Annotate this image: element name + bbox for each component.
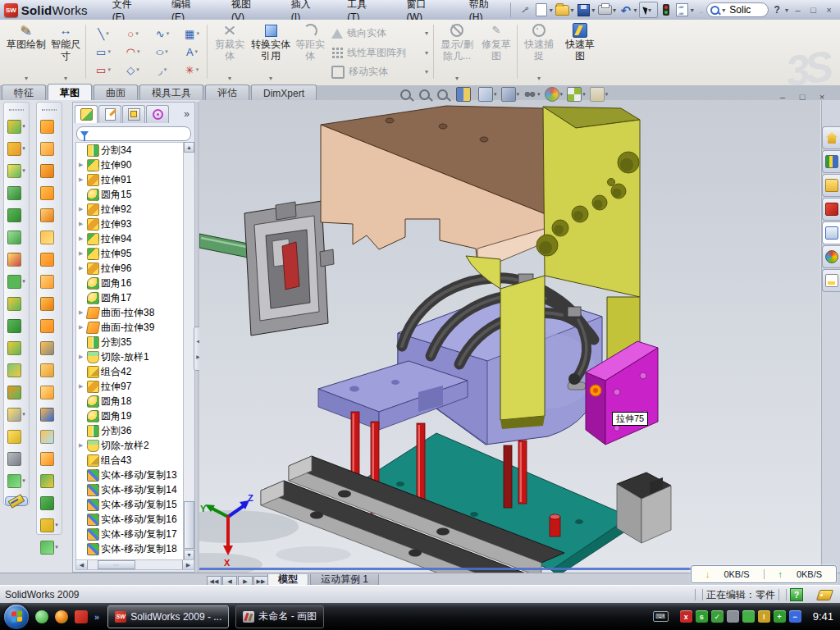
expand-arrow-icon[interactable]: ▶ bbox=[79, 324, 85, 331]
tab-configurationmanager[interactable] bbox=[122, 105, 145, 123]
measure-button-pressed[interactable] bbox=[5, 496, 28, 506]
toolbar-button[interactable]: ▾ bbox=[7, 251, 25, 267]
sketch-entity-button[interactable]: ○▾ bbox=[148, 43, 177, 61]
solidworks-launcher-icon[interactable] bbox=[75, 610, 88, 623]
feature-tree-item[interactable]: ▶ 实体-移动/复制14 bbox=[76, 482, 184, 497]
toolbar-button[interactable]: ▾ bbox=[40, 251, 58, 267]
toolbar-button[interactable]: ▾ bbox=[7, 362, 25, 378]
sketch-button[interactable]: ✎ 草图绘制▾ bbox=[7, 23, 46, 82]
feature-tree-item[interactable]: ▶ 实体-移动/复制17 bbox=[76, 527, 184, 541]
panel-chevron[interactable]: » bbox=[184, 108, 193, 120]
sketch-entity-button[interactable]: ▭▾ bbox=[89, 43, 118, 61]
feature-tree-item[interactable]: ▶ 实体-移动/复制15 bbox=[76, 497, 184, 512]
expand-arrow-icon[interactable]: ▶ bbox=[79, 162, 85, 168]
view-tool-button[interactable]: ▾ bbox=[501, 87, 520, 102]
toolbar-button[interactable]: ▾ bbox=[7, 317, 25, 334]
task-pane-tab[interactable] bbox=[822, 198, 840, 221]
search-box[interactable]: ▾ Solic bbox=[706, 2, 769, 17]
search-input[interactable]: Solic bbox=[729, 4, 751, 16]
quick-snaps-button[interactable]: 快速捕捉▾ bbox=[522, 23, 556, 82]
sketch-entity-button[interactable]: ∿▾ bbox=[148, 25, 177, 43]
tree-horizontal-scrollbar[interactable]: ◀ ⋯ ▶ bbox=[75, 559, 194, 570]
feature-tree-item[interactable]: ▶ 圆角19 bbox=[76, 409, 184, 423]
tab-featuremanager[interactable] bbox=[75, 105, 98, 123]
feature-tree-item[interactable]: ▶ 拉伸96 bbox=[76, 261, 184, 276]
feature-tree-item[interactable]: ▶ 拉伸95 bbox=[76, 246, 184, 261]
feature-tree-item[interactable]: ▶ 拉伸97 bbox=[76, 379, 184, 394]
taskbar-clock[interactable]: 9:41 bbox=[813, 610, 833, 623]
toolbar-button[interactable]: ▾ bbox=[7, 428, 25, 445]
scroll-right-arrow[interactable]: ▶ bbox=[182, 560, 194, 569]
suite-icon[interactable] bbox=[55, 610, 68, 623]
task-pane-tab[interactable] bbox=[822, 269, 840, 292]
doc-minimize-button[interactable]: – bbox=[774, 90, 791, 103]
toolbar-button[interactable]: ▾ bbox=[7, 450, 25, 467]
mirror-entities-button[interactable]: 镜向实体▾ bbox=[331, 26, 428, 40]
feature-tree-item[interactable]: ▶ 拉伸91 bbox=[76, 172, 184, 187]
rebuild-button[interactable] bbox=[658, 2, 674, 18]
ribbon-tab[interactable]: 评估 bbox=[205, 84, 249, 100]
feature-tree-item[interactable]: ▶ 拉伸92 bbox=[76, 202, 184, 217]
feature-tree-item[interactable]: ▶ 组合42 bbox=[76, 364, 184, 379]
minimize-button[interactable]: – bbox=[790, 4, 806, 16]
select-button[interactable]: ▾ bbox=[639, 2, 659, 18]
feature-tree-item[interactable]: ▶ 实体-移动/复制13 bbox=[76, 468, 184, 482]
convert-entities-button[interactable]: 转换实体引用▾ bbox=[251, 23, 290, 82]
scroll-left-arrow[interactable]: ◀ bbox=[76, 560, 88, 569]
help-button[interactable]: ? bbox=[769, 2, 785, 18]
feature-tree-item[interactable]: ▶ 切除-放样1 bbox=[76, 349, 184, 364]
expand-arrow-icon[interactable]: ▶ bbox=[79, 250, 85, 257]
toolbar-button[interactable]: ▾ bbox=[40, 406, 58, 422]
options-button[interactable]: ≔≔ bbox=[674, 2, 691, 18]
toolbar-button[interactable]: ▾ bbox=[7, 273, 25, 290]
tray-icon[interactable] bbox=[742, 610, 755, 623]
view-tool-button[interactable]: ▾ bbox=[478, 87, 497, 102]
expand-arrow-icon[interactable]: ▶ bbox=[79, 265, 85, 272]
graphics-viewport[interactable]: Y Z X bbox=[199, 100, 820, 573]
toolbar-button[interactable]: ▾ bbox=[40, 517, 58, 533]
toolbar-button[interactable]: ▾ bbox=[7, 472, 25, 489]
feature-tree-item[interactable]: ▶ 拉伸94 bbox=[76, 231, 184, 246]
smart-dimension-button[interactable]: ↔ 智能尺寸▾ bbox=[48, 23, 84, 82]
close-button[interactable]: × bbox=[821, 4, 837, 16]
sketch-entity-button[interactable]: A▾ bbox=[177, 43, 207, 61]
toolbar-button[interactable]: ▾ bbox=[7, 295, 25, 312]
expand-arrow-icon[interactable]: ▶ bbox=[79, 442, 85, 449]
toolbar-button[interactable]: ▾ bbox=[40, 539, 58, 555]
sketch-entity-button[interactable]: ╲▾ bbox=[89, 25, 118, 43]
tree-filter-box[interactable] bbox=[76, 126, 191, 141]
keyboard-layout-icon[interactable]: ⌨ bbox=[653, 611, 669, 622]
toolbar-button[interactable]: ▾ bbox=[7, 207, 25, 223]
sketch-entity-button[interactable]: ▭▾ bbox=[89, 61, 118, 79]
view-tool-button[interactable]: ▾ bbox=[590, 87, 609, 102]
rapid-sketch-button[interactable]: 快速草图 bbox=[561, 23, 599, 82]
sketch-entity-button[interactable]: ○▾ bbox=[118, 25, 148, 43]
doc-restore-button[interactable]: □ bbox=[794, 90, 810, 103]
ribbon-tab[interactable]: DimXpert bbox=[251, 84, 317, 100]
sketch-entity-button[interactable]: ✳▾ bbox=[177, 61, 207, 79]
feature-tree-item[interactable]: ▶ 组合43 bbox=[76, 453, 184, 468]
display-delete-relations-button[interactable]: 显示/删除几...▾ bbox=[438, 23, 476, 82]
toolbar-button[interactable]: ▾ bbox=[40, 384, 58, 400]
toolbar-button[interactable]: ▾ bbox=[40, 317, 58, 334]
tray-icon[interactable] bbox=[727, 610, 739, 623]
toolbar-button[interactable]: ▾ bbox=[40, 162, 58, 179]
expand-arrow-icon[interactable]: ▶ bbox=[79, 354, 85, 360]
task-pane-tab[interactable] bbox=[822, 174, 840, 197]
ribbon-tab[interactable]: 曲面 bbox=[94, 84, 138, 100]
restore-button[interactable]: □ bbox=[806, 4, 821, 16]
sketch-entity-button[interactable]: ◠▾ bbox=[118, 43, 148, 61]
toolbar-button[interactable]: ▾ bbox=[7, 162, 25, 179]
right-rail-block[interactable] bbox=[617, 472, 671, 543]
new-file-button[interactable] bbox=[533, 2, 550, 18]
trim-entities-button[interactable]: 剪裁实体▾ bbox=[212, 23, 248, 82]
toolbar-button[interactable]: ▾ bbox=[40, 185, 58, 201]
start-button[interactable] bbox=[4, 605, 29, 629]
print-button[interactable] bbox=[596, 2, 613, 18]
expand-arrow-icon[interactable]: ▶ bbox=[79, 221, 85, 227]
quick-launch-chevron[interactable]: » bbox=[94, 612, 99, 622]
messenger-icon[interactable] bbox=[35, 610, 48, 623]
toolbar-overflow[interactable]: .. bbox=[699, 6, 704, 15]
sketch-entity-button[interactable]: ▦▾ bbox=[177, 25, 207, 43]
ribbon-tab[interactable]: 特征 bbox=[2, 84, 46, 100]
